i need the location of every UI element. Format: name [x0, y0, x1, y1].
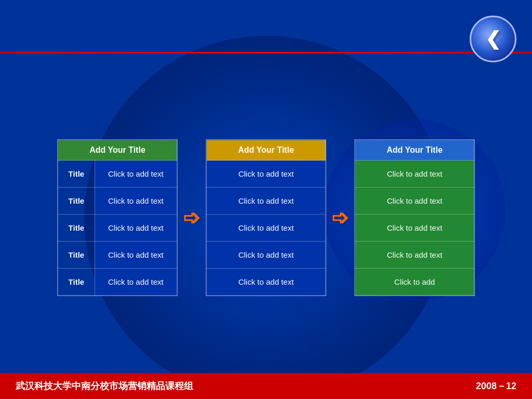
- table2-header-row: Add Your Title: [207, 140, 326, 161]
- table1-header-row: Add Your Title: [58, 140, 177, 161]
- table1-row3-title[interactable]: Title: [58, 215, 95, 242]
- table3-row2-content[interactable]: Click to add text: [355, 188, 474, 215]
- table1-row5-title[interactable]: Title: [58, 269, 95, 296]
- table1-row2-content[interactable]: Click to add text: [95, 188, 177, 215]
- table3: Add Your Title Click to add text Click t…: [355, 140, 474, 296]
- table2-row3-content[interactable]: Click to add text: [207, 215, 326, 242]
- table1-wrapper: Add Your Title Title Click to add text T…: [57, 139, 178, 296]
- table3-header[interactable]: Add Your Title: [355, 140, 474, 161]
- table1-row1-content[interactable]: Click to add text: [95, 161, 177, 188]
- table3-row4-content[interactable]: Click to add text: [355, 242, 474, 269]
- table-row: Click to add text: [207, 215, 326, 242]
- table3-row3-content[interactable]: Click to add text: [355, 215, 474, 242]
- table2-row4-content[interactable]: Click to add text: [207, 242, 326, 269]
- table2-row2-content[interactable]: Click to add text: [207, 188, 326, 215]
- table-row: Click to add text: [355, 242, 474, 269]
- table-row: Click to add: [355, 269, 474, 296]
- table-row: Title Click to add text: [58, 215, 177, 242]
- table-row: Title Click to add text: [58, 161, 177, 188]
- table-row: Click to add text: [355, 215, 474, 242]
- table-row: Click to add text: [207, 161, 326, 188]
- table-row: Title Click to add text: [58, 242, 177, 269]
- arrow2-icon: ➩: [326, 206, 354, 230]
- table1-row5-content[interactable]: Click to add text: [95, 269, 177, 296]
- table-row: Click to add text: [207, 188, 326, 215]
- table2-row1-content[interactable]: Click to add text: [207, 161, 326, 188]
- table-row: Click to add text: [355, 161, 474, 188]
- table1-row3-content[interactable]: Click to add text: [95, 215, 177, 242]
- table-row: Title Click to add text: [58, 188, 177, 215]
- table1-row1-title[interactable]: Title: [58, 161, 95, 188]
- table1-header[interactable]: Add Your Title: [58, 140, 177, 161]
- table2: Add Your Title Click to add text Click t…: [206, 140, 326, 296]
- table3-row1-content[interactable]: Click to add text: [355, 161, 474, 188]
- table2-wrapper: Add Your Title Click to add text Click t…: [206, 139, 326, 296]
- table-row: Click to add text: [207, 242, 326, 269]
- globe-icon: ❮: [470, 16, 516, 62]
- tables-container: Add Your Title Title Click to add text T…: [57, 139, 475, 296]
- table1-row4-title[interactable]: Title: [58, 242, 95, 269]
- table-row: Title Click to add text: [58, 269, 177, 296]
- table1: Add Your Title Title Click to add text T…: [58, 140, 177, 296]
- table2-header[interactable]: Add Your Title: [207, 140, 326, 161]
- footer-text: 武汉科技大学中南分校市场营销精品课程组: [16, 380, 193, 392]
- footer-year: 2008－12: [476, 380, 516, 392]
- table1-row4-content[interactable]: Click to add text: [95, 242, 177, 269]
- table3-row5-content[interactable]: Click to add: [355, 269, 474, 296]
- main-content: Add Your Title Title Click to add text T…: [0, 68, 532, 368]
- red-line: [0, 52, 532, 54]
- globe-arrow-icon: ❮: [485, 28, 501, 50]
- table3-header-row: Add Your Title: [355, 140, 474, 161]
- table1-row2-title[interactable]: Title: [58, 188, 95, 215]
- arrow1-icon: ➩: [178, 206, 206, 230]
- table2-row5-content[interactable]: Click to add text: [207, 269, 326, 296]
- table-row: Click to add text: [355, 188, 474, 215]
- table3-wrapper: Add Your Title Click to add text Click t…: [354, 139, 475, 296]
- table-row: Click to add text: [207, 269, 326, 296]
- footer: 武汉科技大学中南分校市场营销精品课程组 2008－12: [0, 373, 532, 399]
